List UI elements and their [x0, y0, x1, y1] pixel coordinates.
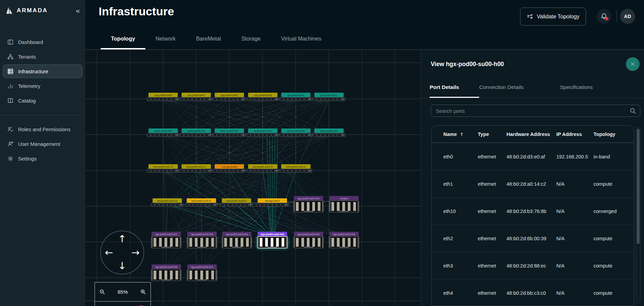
column-header-topology[interactable]: Topology: [593, 132, 634, 137]
notification-bell[interactable]: [597, 9, 612, 24]
cell-topology: compute: [593, 181, 634, 187]
column-header-hardware-address[interactable]: Hardware Address: [506, 132, 556, 137]
server-node[interactable]: [294, 236, 324, 248]
sidebar-collapse-icon[interactable]: «: [76, 7, 80, 14]
switch-node[interactable]: [247, 169, 279, 172]
server-node[interactable]: [222, 236, 252, 248]
tab-storage[interactable]: Storage: [231, 30, 271, 49]
column-header-type[interactable]: Type: [478, 132, 506, 137]
svg-text:spine-pod00-s04: spine-pod00-s04: [287, 130, 305, 133]
zoom-row: 85%: [95, 282, 151, 302]
sidebar-item-label: Catalog: [18, 98, 36, 104]
catalog-icon: [7, 97, 14, 104]
sidebar-item-telemetry[interactable]: Telemetry: [3, 79, 83, 93]
sidebar-item-infrastructure[interactable]: Infrastructure: [3, 64, 83, 78]
table-row[interactable]: eth4ethernet48:b0:2d:bb:c3:c0N/Acompute: [432, 279, 634, 306]
pan-up-button[interactable]: ↑: [118, 234, 126, 244]
switch-node[interactable]: [220, 203, 253, 206]
svg-text:leaf-pod00-su02-l1: leaf-pod00-su02-l1: [286, 166, 306, 168]
cell-type: ethernet: [478, 154, 506, 159]
svg-text:gw-pod00-sw00: gw-pod00-sw00: [287, 94, 304, 97]
server-node[interactable]: [329, 236, 359, 248]
table-row[interactable]: eth0ethernet48:b0:2d:d3:e0:af192.168.200…: [432, 143, 634, 170]
switch-node[interactable]: [247, 133, 279, 137]
zoom-in-icon[interactable]: [140, 289, 146, 295]
server-node[interactable]: [187, 236, 217, 248]
switch-node[interactable]: [185, 203, 217, 206]
cell-ip: N/A: [556, 290, 593, 296]
panel-tab-connection-details[interactable]: Connection Details: [479, 78, 560, 98]
tab-network[interactable]: Network: [145, 30, 186, 49]
sort-ascending-icon: ↑: [460, 132, 464, 137]
column-header-name[interactable]: Name↑: [443, 132, 478, 137]
sidebar-item-label: Telemetry: [18, 83, 40, 89]
column-header-ip-address[interactable]: IP Address: [556, 132, 593, 137]
switch-node[interactable]: [280, 169, 312, 172]
sidebar-item-tenants[interactable]: Tenants: [3, 50, 83, 63]
pan-down-button[interactable]: ↓: [118, 261, 126, 271]
switch-node[interactable]: [280, 97, 312, 101]
switch-node[interactable]: [313, 97, 345, 101]
cell-topology: compute: [593, 290, 634, 296]
table-row[interactable]: eth2ethernet48:b0:2d:6b:00:39N/Acompute: [432, 225, 634, 252]
panel-title: View hgx-pod00-su00-h00: [431, 61, 504, 68]
sidebar-item-settings[interactable]: Settings: [3, 152, 83, 165]
cell-name: eth4: [443, 290, 478, 296]
svg-text:ssp-pod00-sw03: ssp-pod00-sw03: [254, 94, 271, 97]
switch-node[interactable]: [213, 169, 245, 172]
app-root: ARMADA « DashboardTenantsInfrastructureT…: [0, 0, 644, 306]
tenants-icon: [7, 53, 14, 60]
tab-virtual-machines[interactable]: Virtual Machines: [271, 30, 331, 49]
switch-node[interactable]: [147, 97, 179, 101]
server-node-selected[interactable]: [257, 236, 287, 248]
switch-node[interactable]: [180, 97, 212, 101]
scrollbar-thumb[interactable]: [637, 129, 640, 244]
switch-node[interactable]: [180, 133, 212, 137]
table-row[interactable]: eth3ethernet48:b0:2d:2d:88:ecN/Acompute: [432, 252, 634, 279]
tab-baremetal[interactable]: BareMetal: [186, 30, 231, 49]
switch-node[interactable]: [256, 203, 288, 206]
panel-tab-port-details[interactable]: Port Details: [430, 78, 479, 98]
switch-node[interactable]: [147, 169, 179, 172]
sidebar-item-catalog[interactable]: Catalog: [3, 94, 83, 107]
tab-topology[interactable]: Topology: [101, 30, 145, 49]
panel-tabs: Port DetailsConnection DetailsSpecificat…: [430, 78, 618, 98]
sidebar-item-user-management[interactable]: User Management: [3, 137, 83, 151]
switch-node[interactable]: [280, 133, 312, 137]
switch-node[interactable]: [147, 133, 179, 137]
cell-ip: N/A: [556, 209, 593, 214]
pan-left-button[interactable]: ←: [105, 248, 113, 258]
sidebar-item-label: User Management: [18, 141, 60, 147]
header-divider: [616, 10, 617, 22]
sidebar-item-roles-and-permissions[interactable]: Roles and Permissions: [3, 122, 83, 136]
avatar[interactable]: AD: [620, 9, 635, 24]
switch-node[interactable]: [247, 97, 279, 101]
server-node[interactable]: [151, 236, 181, 248]
sidebar-item-dashboard[interactable]: Dashboard: [3, 35, 83, 49]
switch-node[interactable]: [213, 133, 245, 137]
panel-tabs-divider: [421, 98, 644, 98]
switch-node[interactable]: [180, 169, 212, 172]
svg-text:storage-leaf-0: storage-leaf-0: [265, 200, 280, 202]
switch-node[interactable]: [313, 133, 345, 137]
table-scrollbar[interactable]: [636, 127, 641, 303]
search-ports-input[interactable]: [431, 108, 630, 114]
server-node[interactable]: [151, 269, 181, 281]
table-row[interactable]: eth10ethernet48:b0:2d:b3:76:8bN/Aconverg…: [432, 197, 634, 225]
panel-close-button[interactable]: [626, 57, 640, 71]
validate-topology-button[interactable]: Validate Topology: [520, 7, 586, 26]
server-node[interactable]: [294, 201, 324, 212]
svg-text:cmstg-0: cmstg-0: [340, 197, 348, 200]
sidebar-item-label: Dashboard: [18, 39, 43, 45]
panel-tab-specifications[interactable]: Specifications: [560, 78, 618, 98]
pan-right-button[interactable]: →: [131, 248, 140, 258]
table-row[interactable]: eth1ethernet48:b0:2d:a0:14:c2N/Acompute: [432, 170, 634, 197]
server-node[interactable]: [187, 269, 217, 281]
topology-canvas[interactable]: ssp-pod00-sw00ssp-pod00-sw01ssp-pod00-sw…: [85, 50, 421, 306]
switch-node[interactable]: [151, 203, 183, 206]
sidebar-item-label: Tenants: [18, 54, 36, 60]
zoom-out-icon[interactable]: [99, 289, 105, 295]
server-node[interactable]: [329, 201, 359, 212]
switch-node[interactable]: [213, 97, 245, 101]
svg-text:spine-pod00-s01: spine-pod00-s01: [187, 130, 205, 133]
